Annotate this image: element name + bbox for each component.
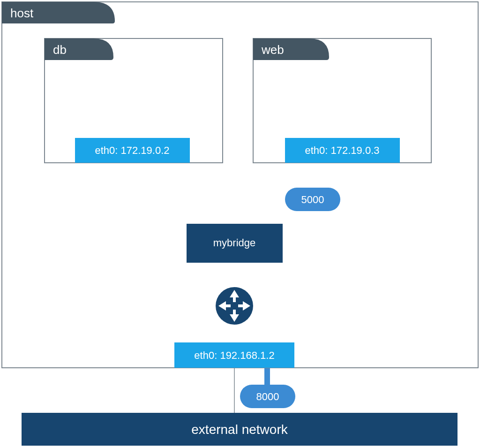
port-5000: 5000	[285, 188, 340, 211]
container-db: db eth0: 172.19.0.2	[45, 38, 223, 163]
web-label: web	[261, 43, 284, 57]
web-eth-label: eth0: 172.19.0.3	[305, 144, 379, 156]
external-network: external network	[22, 413, 458, 446]
db-label: db	[53, 43, 67, 57]
port-5000-label: 5000	[301, 194, 324, 205]
db-eth-label: eth0: 172.19.0.2	[95, 144, 169, 156]
host-eth-label: eth0: 192.168.1.2	[194, 349, 274, 361]
container-web: web eth0: 172.19.0.3	[253, 38, 431, 163]
host-label: host	[10, 6, 34, 20]
bridge-label: mybridge	[213, 237, 255, 249]
port-8000: 8000	[240, 385, 295, 408]
port-8000-label: 8000	[256, 391, 279, 402]
bridge: mybridge	[187, 224, 283, 263]
host-eth: eth0: 192.168.1.2	[174, 342, 294, 368]
network-diagram: host db eth0: 172.19.0.2 web eth0: 172.1…	[0, 0, 480, 448]
external-label: external network	[191, 422, 288, 437]
router-icon	[216, 287, 253, 325]
